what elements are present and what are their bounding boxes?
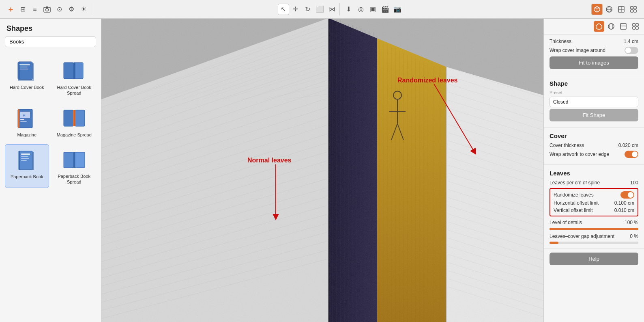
horizontal-offset-value: 0.100 cm	[614, 200, 634, 206]
cover-thickness-value: 0.020 cm	[618, 143, 638, 148]
shape-label-magazine-spread: Magazine Spread	[57, 132, 92, 138]
randomize-leaves-toggle[interactable]	[620, 191, 634, 199]
sidebar-title: Shapes	[0, 19, 101, 36]
svg-rect-163	[633, 27, 635, 29]
panel-window-btn[interactable]	[618, 21, 629, 32]
sphere-view-btn[interactable]	[606, 21, 616, 32]
main-toolbar: ＋ ⊞ ≡ ⊙ ⚙ ☀ ↖ ✛ ↻ ⬜ ⋈ ⬇ ◎ ▣ 🎬 📷	[0, 0, 644, 19]
scale-tool-btn[interactable]: ⬜	[314, 4, 326, 15]
horizontal-offset-label: Horizontal offset limit	[554, 200, 599, 206]
select-tool-btn[interactable]: ↖	[278, 4, 289, 15]
shape-item-paperback-book[interactable]: Paperback Book	[5, 144, 49, 188]
preset-dropdown[interactable]: Closed Open Fanned	[550, 97, 638, 107]
add-tool-btn[interactable]: ＋	[5, 4, 16, 15]
preset-label: Preset	[550, 90, 638, 95]
move-tool-btn[interactable]: ✛	[290, 4, 301, 15]
settings-tool-btn[interactable]: ⚙	[66, 4, 77, 15]
svg-rect-162	[636, 24, 638, 26]
svg-rect-15	[634, 10, 636, 12]
film-btn[interactable]: 🎬	[380, 4, 391, 15]
leaves-per-cm-value: 100	[630, 180, 638, 186]
svg-rect-155	[101, 19, 543, 322]
svg-rect-19	[19, 67, 28, 67]
center-toolbar-group: ↖ ✛ ↻ ⬜ ⋈	[276, 3, 340, 15]
fit-shape-btn[interactable]: Fit Shape	[550, 109, 638, 121]
svg-text:M: M	[23, 114, 26, 117]
hard-cover-book-spread-icon	[62, 58, 86, 83]
shapes-category-dropdown[interactable]: Books Magazines Boxes	[5, 36, 96, 47]
svg-marker-156	[596, 24, 602, 30]
leaves-gap-label: Leaves–cover gap adjustment	[550, 233, 614, 239]
fit-images-btn[interactable]: Fit to images	[550, 56, 638, 69]
svg-rect-22	[18, 80, 34, 81]
paperback-book-spread-icon	[62, 147, 86, 172]
shape-item-paperback-book-spread[interactable]: Paperback Book Spread	[52, 144, 97, 188]
panel-top-icons	[544, 19, 644, 35]
svg-rect-21	[32, 63, 34, 80]
anchor-tool-btn[interactable]: ⬇	[343, 4, 354, 15]
cover-heading: Cover	[550, 132, 638, 139]
svg-rect-20	[19, 69, 28, 69]
svg-rect-31	[20, 121, 27, 122]
svg-rect-14	[631, 10, 633, 12]
svg-rect-43	[32, 152, 34, 170]
level-details-value: 100 %	[625, 220, 638, 225]
center-toolbar-group2: ⬇ ◎ ▣ 🎬 📷	[341, 3, 405, 15]
leaves-gap-value: 0 %	[630, 233, 638, 239]
layout-icon-btn[interactable]	[628, 4, 639, 15]
left-toolbar-group: ＋ ⊞ ≡ ⊙ ⚙ ☀	[3, 3, 91, 15]
shape-label-paperback-book: Paperback Book	[11, 174, 43, 179]
leaves-gap-bar	[550, 242, 558, 244]
level-details-bar	[550, 228, 638, 230]
target-tool-btn[interactable]: ⊙	[54, 4, 65, 15]
paperback-book-icon	[15, 148, 39, 172]
svg-point-1	[46, 8, 49, 11]
shape-label-hard-cover-book-spread: Hard Cover Book Spread	[54, 84, 95, 96]
svg-rect-40	[21, 156, 28, 157]
svg-rect-12	[631, 6, 633, 9]
wrap-cover-toggle[interactable]	[625, 47, 638, 54]
svg-rect-44	[64, 152, 73, 168]
box-icon-btn[interactable]	[591, 4, 603, 15]
svg-rect-41	[21, 158, 29, 159]
shape-item-magazine[interactable]: M Magazine	[5, 103, 49, 141]
shapes-grid: Hard Cover Book Hard Cover Book Spread	[0, 52, 101, 191]
transform-tool-btn[interactable]: ⋈	[326, 4, 338, 15]
leaves-gap-bar-container[interactable]	[550, 242, 638, 244]
orbit-tool-btn[interactable]: ◎	[355, 4, 367, 15]
vertical-offset-label: Vertical offset limit	[554, 207, 592, 213]
render-tool-btn[interactable]: ▣	[367, 4, 379, 15]
video-btn[interactable]: 📷	[392, 4, 403, 15]
wrap-artwork-toggle[interactable]	[625, 151, 638, 158]
right-panel: Thickness 1.4 cm Wrap cover image around…	[543, 19, 644, 322]
svg-rect-13	[634, 6, 636, 9]
window-icon-btn[interactable]	[616, 4, 627, 15]
shape-item-hard-cover-book[interactable]: Hard Cover Book	[5, 55, 49, 99]
cover-thickness-label: Cover thickness	[550, 143, 584, 148]
grid-tool-btn[interactable]: ⊞	[17, 4, 28, 15]
canvas-area[interactable]: Randomized leaves Normal leaves	[101, 19, 543, 322]
main-content: Shapes Books Magazines Boxes Hard Cove	[0, 19, 644, 322]
svg-point-157	[608, 24, 614, 29]
right-toolbar-group	[590, 3, 641, 15]
sun-tool-btn[interactable]: ☀	[78, 4, 89, 15]
svg-rect-159	[620, 24, 626, 29]
menu-tool-btn[interactable]: ≡	[29, 4, 41, 15]
svg-rect-34	[75, 110, 85, 126]
3d-view-btn[interactable]	[594, 21, 604, 32]
book-canvas-svg: Randomized leaves Normal leaves	[101, 19, 543, 322]
thickness-section: Thickness 1.4 cm Wrap cover image around…	[544, 35, 644, 75]
randomize-leaves-label: Randomize leaves	[554, 192, 594, 198]
level-details-label: Level of details	[550, 220, 582, 225]
sphere-icon-btn[interactable]	[603, 4, 615, 15]
leaves-per-cm-label: Leaves per cm of spine	[550, 180, 600, 186]
level-details-bar-container[interactable]	[550, 228, 638, 230]
rotate-tool-btn[interactable]: ↻	[302, 4, 313, 15]
panel-layout-btn[interactable]	[630, 21, 641, 32]
camera-tool-btn[interactable]	[41, 4, 53, 15]
help-btn[interactable]: Help	[550, 253, 638, 265]
shape-item-magazine-spread[interactable]: Magazine Spread	[52, 103, 97, 141]
shape-heading: Shape	[550, 80, 638, 87]
shape-item-hard-cover-book-spread[interactable]: Hard Cover Book Spread	[52, 55, 97, 99]
svg-rect-38	[19, 151, 20, 170]
